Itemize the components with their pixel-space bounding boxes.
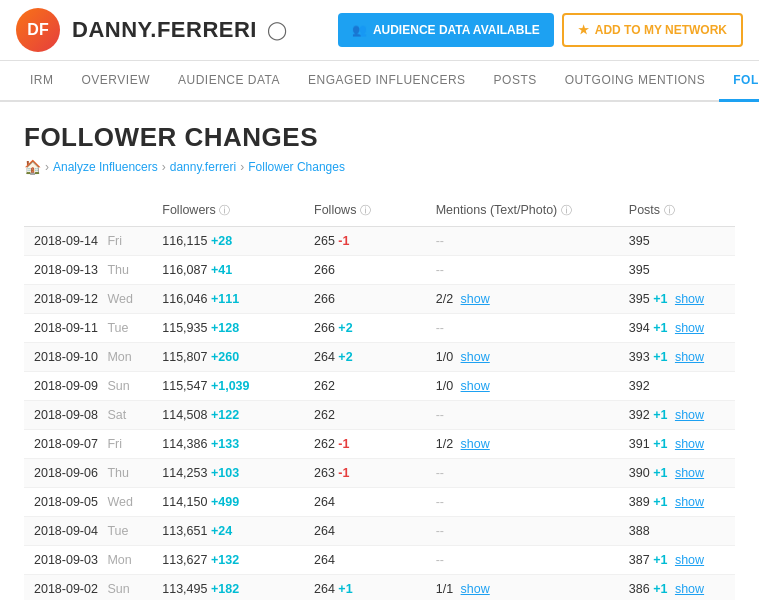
cell-followers: 113,651 +24: [152, 517, 304, 546]
cell-posts: 391 +1 show: [619, 430, 735, 459]
tab-engaged-influencers[interactable]: ENGAGED INFLUENCERS: [294, 61, 480, 102]
follows-info-icon[interactable]: ⓘ: [360, 204, 371, 216]
nav-tabs: IRM OVERVIEW AUDIENCE DATA ENGAGED INFLU…: [0, 61, 759, 102]
mentions-dash: --: [436, 553, 444, 567]
audience-data-button[interactable]: 👥 AUDIENCE DATA AVAILABLE: [338, 13, 554, 47]
home-icon[interactable]: 🏠: [24, 159, 41, 175]
day-label: Fri: [107, 437, 122, 451]
cell-date: 2018-09-10 Mon: [24, 343, 152, 372]
posts-show-link[interactable]: show: [675, 466, 704, 480]
col-header-posts: Posts ⓘ: [619, 195, 735, 227]
day-label: Fri: [107, 234, 122, 248]
mentions-show-link[interactable]: show: [461, 437, 490, 451]
breadcrumb-sep-2: ›: [162, 160, 166, 174]
date-value: 2018-09-04: [34, 524, 98, 538]
cell-date: 2018-09-05 Wed: [24, 488, 152, 517]
cell-mentions: 2/2 show: [426, 285, 619, 314]
tab-irm[interactable]: IRM: [16, 61, 68, 102]
breadcrumb-user[interactable]: danny.ferreri: [170, 160, 236, 174]
mentions-dash: --: [436, 321, 444, 335]
cell-posts: 395: [619, 256, 735, 285]
posts-show-link[interactable]: show: [675, 350, 704, 364]
follows-value: 263: [314, 466, 335, 480]
cell-follows: 262: [304, 372, 426, 401]
mentions-show-link[interactable]: show: [461, 379, 490, 393]
posts-show-link[interactable]: show: [675, 437, 704, 451]
cell-mentions: --: [426, 227, 619, 256]
day-label: Tue: [107, 524, 128, 538]
header-buttons: 👥 AUDIENCE DATA AVAILABLE ★ ADD TO MY NE…: [338, 13, 743, 47]
cell-followers: 113,495 +182: [152, 575, 304, 601]
page-title: FOLLOWER CHANGES: [24, 122, 735, 153]
posts-value: 395: [629, 292, 650, 306]
date-value: 2018-09-07: [34, 437, 98, 451]
add-to-network-button[interactable]: ★ ADD TO MY NETWORK: [562, 13, 743, 47]
day-label: Thu: [107, 263, 129, 277]
header: DF DANNY.FERRERI ◯ 👥 AUDIENCE DATA AVAIL…: [0, 0, 759, 61]
breadcrumb-sep-1: ›: [45, 160, 49, 174]
posts-show-link[interactable]: show: [675, 495, 704, 509]
followers-value: 115,547: [162, 379, 207, 393]
breadcrumb-current: Follower Changes: [248, 160, 345, 174]
table-row: 2018-09-09 Sun115,547 +1,0392621/0 show3…: [24, 372, 735, 401]
table-row: 2018-09-11 Tue115,935 +128266 +2--394 +1…: [24, 314, 735, 343]
followers-value: 115,935: [162, 321, 207, 335]
cell-mentions: --: [426, 459, 619, 488]
posts-show-link[interactable]: show: [675, 408, 704, 422]
followers-value: 114,150: [162, 495, 207, 509]
posts-show-link[interactable]: show: [675, 553, 704, 567]
follows-value: 264: [314, 582, 335, 596]
mentions-show-link[interactable]: show: [461, 350, 490, 364]
mentions-show-link[interactable]: show: [461, 292, 490, 306]
posts-value: 391: [629, 437, 650, 451]
posts-show-link[interactable]: show: [675, 582, 704, 596]
date-value: 2018-09-12: [34, 292, 98, 306]
mentions-show-link[interactable]: show: [461, 582, 490, 596]
cell-mentions: --: [426, 256, 619, 285]
day-label: Sun: [107, 582, 129, 596]
cell-date: 2018-09-06 Thu: [24, 459, 152, 488]
date-value: 2018-09-14: [34, 234, 98, 248]
cell-follows: 264: [304, 517, 426, 546]
tab-posts[interactable]: POSTS: [480, 61, 551, 102]
followers-change: +133: [211, 437, 239, 451]
cell-date: 2018-09-11 Tue: [24, 314, 152, 343]
mentions-info-icon[interactable]: ⓘ: [561, 204, 572, 216]
cell-date: 2018-09-04 Tue: [24, 517, 152, 546]
table-row: 2018-09-10 Mon115,807 +260264 +21/0 show…: [24, 343, 735, 372]
followers-value: 114,508: [162, 408, 207, 422]
tab-overview[interactable]: OVERVIEW: [68, 61, 164, 102]
cell-follows: 264 +2: [304, 343, 426, 372]
day-label: Mon: [107, 350, 131, 364]
date-value: 2018-09-06: [34, 466, 98, 480]
followers-change: +122: [211, 408, 239, 422]
posts-show-link[interactable]: show: [675, 321, 704, 335]
cell-followers: 116,087 +41: [152, 256, 304, 285]
posts-info-icon[interactable]: ⓘ: [664, 204, 675, 216]
cell-followers: 114,508 +122: [152, 401, 304, 430]
tab-outgoing-mentions[interactable]: OUTGOING MENTIONS: [551, 61, 720, 102]
mentions-dash: --: [436, 495, 444, 509]
cell-posts: 390 +1 show: [619, 459, 735, 488]
followers-info-icon[interactable]: ⓘ: [219, 204, 230, 216]
followers-change: +103: [211, 466, 239, 480]
cell-date: 2018-09-02 Sun: [24, 575, 152, 601]
date-value: 2018-09-10: [34, 350, 98, 364]
posts-value: 388: [629, 524, 650, 538]
day-label: Mon: [107, 553, 131, 567]
follows-change: -1: [338, 466, 349, 480]
audience-btn-label: AUDIENCE DATA AVAILABLE: [373, 23, 540, 37]
date-value: 2018-09-08: [34, 408, 98, 422]
posts-value: 392: [629, 408, 650, 422]
breadcrumb-analyze[interactable]: Analyze Influencers: [53, 160, 158, 174]
cell-mentions: --: [426, 314, 619, 343]
cell-follows: 264: [304, 488, 426, 517]
follower-changes-table: Followers ⓘ Follows ⓘ Mentions (Text/Pho…: [24, 195, 735, 600]
followers-change: +132: [211, 553, 239, 567]
table-row: 2018-09-07 Fri114,386 +133262 -11/2 show…: [24, 430, 735, 459]
day-label: Wed: [107, 292, 132, 306]
tab-audience-data[interactable]: AUDIENCE DATA: [164, 61, 294, 102]
tab-follower-changes[interactable]: FOLLOWER CH...: [719, 61, 759, 102]
followers-change: +41: [211, 263, 232, 277]
posts-show-link[interactable]: show: [675, 292, 704, 306]
